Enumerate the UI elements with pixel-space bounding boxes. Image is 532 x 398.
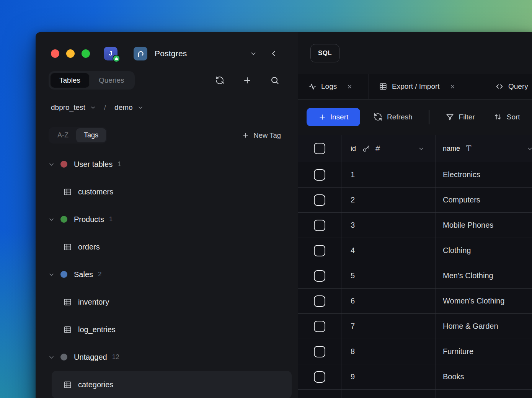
row-checkbox-cell (298, 162, 341, 188)
row-checkbox[interactable] (314, 321, 325, 332)
sidebar-table-item[interactable]: customers (52, 178, 292, 206)
table-row[interactable]: 7 Home & Garden (298, 314, 532, 339)
refresh-icon (374, 113, 382, 121)
row-checkbox[interactable] (314, 371, 325, 383)
minimize-window-button[interactable] (66, 49, 75, 58)
chevron-down-icon[interactable] (49, 217, 54, 222)
sidebar-table-item[interactable]: inventory (52, 288, 292, 316)
primary-key-icon (362, 144, 370, 153)
refresh-icon[interactable] (214, 74, 226, 86)
column-header-id[interactable]: id # (341, 135, 436, 162)
database-name: dbpro_test (51, 103, 85, 112)
row-checkbox[interactable] (314, 194, 325, 206)
collapse-sidebar-chevron-left-icon[interactable] (269, 49, 279, 59)
table-icon (63, 243, 72, 251)
sidebar-table-label: customers (78, 188, 113, 196)
cell-name[interactable]: Furniture (436, 339, 532, 364)
sidebar-table-item[interactable]: categories (52, 371, 292, 398)
toggle-tags[interactable]: Tags (76, 128, 106, 142)
cell-name[interactable]: Men's Clothing (436, 263, 532, 289)
plus-icon (242, 132, 249, 139)
select-all-checkbox[interactable] (314, 143, 325, 154)
add-icon[interactable] (241, 74, 253, 86)
desktop: { "window": { "connection_title": "Postg… (0, 0, 532, 398)
sidebar-tag-group[interactable]: Untagged 12 (49, 343, 292, 371)
row-checkbox[interactable] (314, 169, 325, 181)
close-window-button[interactable] (51, 49, 59, 58)
data-grid: id # name (298, 135, 532, 398)
toggle-az[interactable]: A-Z (50, 128, 76, 142)
new-tag-button[interactable]: New Tag (242, 131, 281, 140)
table-row[interactable]: 8 Furniture (298, 339, 532, 364)
cell-id[interactable]: 1 (341, 162, 436, 188)
cell-name[interactable]: Mobile Phones (436, 213, 532, 238)
table-row[interactable]: 3 Mobile Phones (298, 213, 532, 238)
chevron-down-icon[interactable] (418, 146, 424, 152)
cell-id[interactable]: 6 (341, 289, 436, 314)
table-row[interactable]: 4 Clothing (298, 238, 532, 263)
row-checkbox[interactable] (314, 295, 325, 307)
cell-name[interactable]: Home & Garden (436, 314, 532, 339)
row-checkbox[interactable] (314, 245, 325, 256)
chevron-down-icon[interactable] (527, 146, 532, 152)
filter-button[interactable]: Filter (446, 113, 475, 121)
sidebar-table-item[interactable]: log_entries (52, 316, 292, 343)
database-selector[interactable]: dbpro_test (51, 103, 96, 112)
table-row[interactable]: 6 Women's Clothing (298, 289, 532, 314)
cell-id[interactable]: 2 (341, 188, 436, 213)
cell-id[interactable]: 5 (341, 263, 436, 289)
insert-button[interactable]: Insert (307, 108, 360, 126)
sidebar-tag-group[interactable]: Sales 2 (49, 261, 292, 288)
row-checkbox[interactable] (314, 346, 325, 357)
connection-switcher-chevron-icon[interactable] (249, 49, 258, 58)
cell-id[interactable]: 7 (341, 314, 436, 339)
cell-name[interactable]: Women's Clothing (436, 289, 532, 314)
chevron-down-icon[interactable] (49, 272, 54, 277)
table-row[interactable]: 9 Books (298, 364, 532, 390)
cell-id[interactable]: 8 (341, 339, 436, 364)
tab-queries[interactable]: Queries (90, 73, 134, 88)
schema-selector[interactable]: demo (114, 103, 143, 112)
cell-id[interactable]: 3 (341, 213, 436, 238)
tag-label: Untagged (74, 353, 107, 362)
row-checkbox[interactable] (314, 220, 325, 231)
close-icon[interactable] (450, 84, 455, 90)
close-icon[interactable] (347, 84, 352, 90)
cell-name[interactable]: Books (436, 364, 532, 390)
zoom-window-button[interactable] (82, 49, 90, 58)
sidebar-table-label: log_entries (78, 325, 116, 334)
sql-button[interactable]: SQL (310, 44, 339, 62)
cloud-status-badge (113, 55, 120, 62)
avatar[interactable]: J (104, 47, 117, 60)
chevron-down-icon[interactable] (49, 354, 54, 360)
table-row[interactable]: 1 Electronics (298, 162, 532, 188)
sidebar: J Postgres Tables (36, 32, 298, 398)
postgres-logo-icon[interactable] (134, 47, 147, 60)
table-row[interactable]: 2 Computers (298, 188, 532, 213)
sidebar-tag-group[interactable]: Products 1 (49, 206, 292, 233)
tab-query[interactable]: Query (485, 74, 532, 99)
sort-label: Sort (507, 113, 520, 121)
tab-export-import[interactable]: Export / Import (369, 74, 485, 99)
tab-logs[interactable]: Logs (298, 74, 369, 99)
cell-name[interactable]: Clothing (436, 238, 532, 263)
row-checkbox[interactable] (314, 270, 325, 282)
table-row[interactable]: 5 Men's Clothing (298, 263, 532, 289)
sort-button[interactable]: Sort (493, 113, 520, 121)
avatar-initial: J (109, 50, 113, 57)
search-icon[interactable] (269, 74, 281, 86)
column-header-name[interactable]: name T (436, 135, 532, 162)
row-checkbox-cell (298, 314, 341, 339)
connection-title: Postgres (155, 49, 187, 58)
cell-name[interactable]: Electronics (436, 162, 532, 188)
sidebar-table-item[interactable]: orders (52, 233, 292, 261)
chevron-down-icon[interactable] (49, 161, 54, 167)
breadcrumb: dbpro_test / demo (36, 103, 298, 112)
sidebar-tag-group[interactable]: User tables 1 (49, 150, 292, 178)
cell-id[interactable]: 9 (341, 364, 436, 390)
cell-id[interactable]: 4 (341, 238, 436, 263)
tab-tables[interactable]: Tables (50, 73, 90, 88)
sidebar-nav: Tables Queries (36, 71, 298, 90)
cell-name[interactable]: Computers (436, 188, 532, 213)
refresh-button[interactable]: Refresh (374, 113, 413, 121)
